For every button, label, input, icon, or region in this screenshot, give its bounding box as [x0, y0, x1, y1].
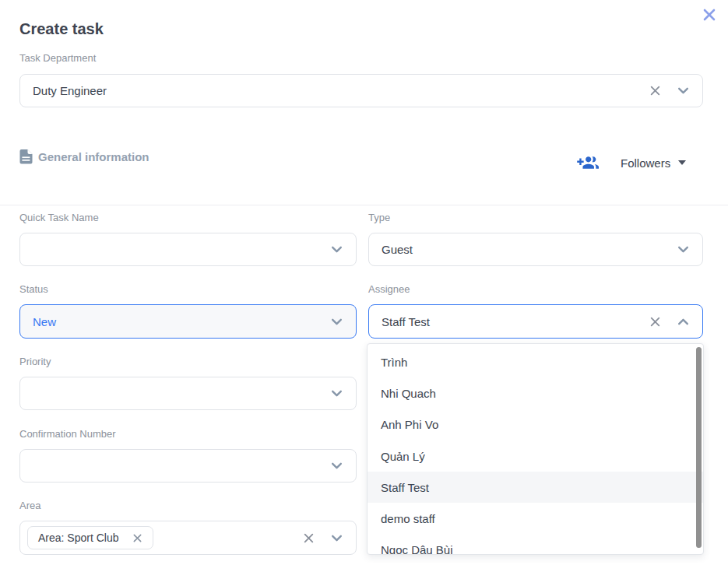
priority-select[interactable]: [19, 377, 357, 410]
assignee-option[interactable]: Nhi Quach: [368, 377, 703, 409]
type-value: Guest: [382, 243, 677, 256]
status-label: Status: [19, 283, 48, 295]
assignee-label: Assignee: [368, 283, 410, 295]
assignee-option[interactable]: demo staff: [368, 503, 703, 534]
assignee-option[interactable]: Ngọc Dâu Bùi: [368, 535, 703, 555]
assignee-option[interactable]: Quản Lý: [368, 440, 703, 472]
status-select[interactable]: New: [19, 304, 357, 339]
task-department-select[interactable]: Duty Engineer: [19, 74, 703, 107]
chevron-down-icon[interactable]: [330, 243, 343, 256]
assignee-option[interactable]: Trình: [368, 346, 703, 377]
close-icon[interactable]: [699, 5, 719, 25]
dropdown-scrollbar[interactable]: [696, 347, 702, 548]
quick-task-name-select[interactable]: [19, 233, 357, 266]
chevron-down-icon[interactable]: [677, 243, 690, 256]
followers-control[interactable]: Followers: [576, 154, 686, 171]
assignee-option[interactable]: Anh Phi Vo: [368, 409, 703, 440]
area-label: Area: [19, 500, 40, 511]
add-followers-icon[interactable]: [576, 154, 599, 171]
confirmation-number-label: Confirmation Number: [19, 428, 116, 440]
document-icon: [19, 149, 33, 164]
confirmation-number-select[interactable]: [19, 449, 357, 483]
assignee-select[interactable]: Staff Test: [368, 304, 703, 339]
section-title: General information: [38, 150, 149, 163]
task-department-value: Duty Engineer: [33, 84, 649, 97]
type-label: Type: [368, 212, 390, 223]
clear-icon[interactable]: [303, 532, 315, 544]
clear-icon[interactable]: [649, 316, 661, 328]
area-select[interactable]: Area: Sport Club: [19, 521, 357, 555]
status-value: New: [33, 315, 330, 328]
chip-remove-icon[interactable]: [132, 533, 142, 543]
type-select[interactable]: Guest: [368, 233, 703, 266]
section-divider: [0, 205, 728, 205]
assignee-value: Staff Test: [382, 315, 649, 328]
assignee-option[interactable]: Staff Test: [368, 472, 703, 503]
chevron-down-icon[interactable]: [330, 387, 343, 400]
quick-task-name-label: Quick Task Name: [19, 212, 99, 223]
task-department-label: Task Department: [19, 52, 96, 64]
general-information-section: General information: [19, 149, 149, 164]
chevron-down-icon[interactable]: [677, 84, 690, 97]
chevron-up-icon[interactable]: [677, 315, 690, 328]
followers-label: Followers: [621, 156, 670, 170]
chevron-down-icon[interactable]: [330, 315, 343, 328]
area-chip[interactable]: Area: Sport Club: [27, 526, 153, 549]
caret-down-icon: [678, 160, 686, 165]
chevron-down-icon[interactable]: [330, 459, 343, 472]
assignee-dropdown-list: TrìnhNhi QuachAnh Phi VoQuản LýStaff Tes…: [368, 346, 703, 555]
area-chip-label: Area: Sport Club: [38, 532, 119, 544]
clear-icon[interactable]: [649, 85, 661, 97]
chevron-down-icon[interactable]: [330, 532, 343, 545]
create-task-modal: Create task Task Department Duty Enginee…: [0, 0, 728, 565]
modal-title: Create task: [19, 20, 104, 38]
priority-label: Priority: [19, 356, 51, 367]
assignee-dropdown: TrìnhNhi QuachAnh Phi VoQuản LýStaff Tes…: [367, 343, 704, 555]
